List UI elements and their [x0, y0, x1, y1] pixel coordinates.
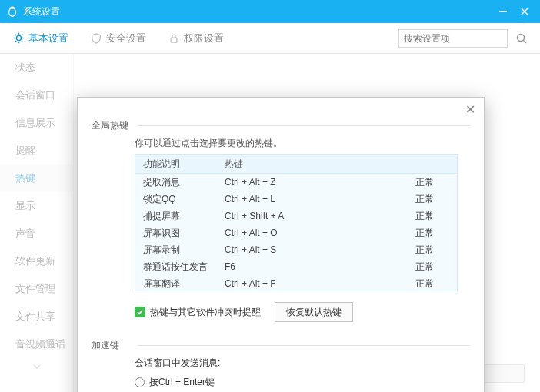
search-icon[interactable] — [515, 32, 528, 45]
section-title-accelerator: 加速键 — [92, 339, 135, 352]
svg-line-19 — [524, 41, 527, 44]
hotkey-modal: ✕ 全局热键 你可以通过点击选择要更改的热键。 功能说明 热键 提取消息Ctrl… — [77, 97, 485, 392]
gear-icon — [12, 32, 25, 45]
tab-permission-settings[interactable]: 权限设置 — [168, 32, 224, 45]
hotkey-status: 正常 — [374, 176, 457, 189]
hotkey-row[interactable]: 屏幕翻译Ctrl + Alt + F正常 — [135, 275, 457, 291]
hotkey-func: 捕捉屏幕 — [135, 210, 220, 223]
body: 状态会话窗口信息展示提醒热键显示声音软件更新文件管理文件共享音视频通话 ✕ 全局… — [0, 54, 540, 392]
tab-label: 权限设置 — [184, 32, 224, 45]
tab-bar: 基本设置 安全设置 权限设置 — [0, 23, 540, 54]
hotkey-row[interactable]: 群通话按住发言F6正常 — [135, 258, 457, 275]
close-button[interactable] — [514, 0, 535, 23]
col-func: 功能说明 — [135, 158, 220, 171]
svg-line-16 — [15, 41, 15, 42]
hotkey-key: Ctrl + Alt + S — [220, 244, 374, 255]
hotkey-key: Ctrl + Shift + A — [220, 211, 374, 221]
hotkey-status: 正常 — [374, 244, 457, 257]
col-key: 热键 — [220, 158, 457, 171]
send-key-option[interactable]: 按Ctrl + Enter键 — [135, 376, 470, 389]
hotkey-func: 群通话按住发言 — [135, 261, 220, 274]
svg-line-14 — [21, 41, 22, 42]
hotkey-status: 正常 — [374, 261, 457, 274]
radio-button[interactable] — [135, 377, 145, 387]
tab-label: 安全设置 — [106, 32, 146, 45]
tab-security-settings[interactable]: 安全设置 — [90, 32, 146, 45]
svg-point-3 — [10, 9, 12, 11]
section-title-global-hotkeys: 全局热键 — [92, 119, 135, 132]
search-input[interactable] — [404, 33, 519, 44]
svg-rect-17 — [171, 38, 177, 42]
svg-point-18 — [518, 35, 525, 42]
hotkey-func: 锁定QQ — [135, 193, 220, 206]
send-message-prompt: 会话窗口中发送消息: — [135, 357, 470, 370]
app-icon — [6, 5, 18, 18]
svg-line-13 — [15, 35, 15, 35]
hotkey-row[interactable]: 捕捉屏幕Ctrl + Shift + A正常 — [135, 208, 457, 224]
hotkey-key: Ctrl + Alt + O — [220, 228, 374, 238]
restore-default-hotkeys-button[interactable]: 恢复默认热键 — [275, 302, 353, 322]
hotkey-key: Ctrl + Alt + L — [220, 194, 374, 204]
hotkey-func: 提取消息 — [135, 176, 220, 189]
divider — [138, 345, 470, 346]
search-box[interactable] — [398, 29, 508, 48]
hotkey-status: 正常 — [374, 193, 457, 206]
shield-icon — [90, 32, 102, 45]
hotkey-row[interactable]: 屏幕识图Ctrl + Alt + O正常 — [135, 224, 457, 241]
hotkey-status: 正常 — [374, 277, 457, 291]
svg-point-2 — [9, 9, 15, 16]
hotkey-func: 屏幕录制 — [135, 244, 220, 257]
tab-basic-settings[interactable]: 基本设置 — [12, 32, 68, 45]
modal-close-button[interactable]: ✕ — [462, 102, 478, 118]
hotkey-key: F6 — [220, 261, 374, 272]
conflict-alert-label: 热键与其它软件冲突时提醒 — [150, 306, 261, 319]
lock-icon — [168, 32, 180, 45]
hotkey-status: 正常 — [374, 227, 457, 240]
hotkey-row[interactable]: 提取消息Ctrl + Alt + Z正常 — [135, 174, 457, 191]
hotkey-row[interactable]: 锁定QQCtrl + Alt + L正常 — [135, 191, 457, 208]
minimize-button[interactable] — [492, 0, 514, 23]
hotkey-row[interactable]: 屏幕录制Ctrl + Alt + S正常 — [135, 241, 457, 258]
hotkey-table: 功能说明 热键 提取消息Ctrl + Alt + Z正常锁定QQCtrl + A… — [135, 154, 458, 291]
global-hotkeys-desc: 你可以通过点击选择要更改的热键。 — [135, 137, 470, 150]
conflict-alert-checkbox[interactable] — [135, 307, 145, 317]
radio-label: 按Ctrl + Enter键 — [149, 376, 215, 389]
tab-label: 基本设置 — [28, 32, 68, 45]
hotkey-key: Ctrl + Alt + Z — [220, 177, 374, 188]
hotkey-func: 屏幕翻译 — [135, 277, 220, 291]
hotkey-key: Ctrl + Alt + F — [220, 278, 374, 289]
title-bar: 系统设置 — [0, 0, 540, 23]
svg-point-8 — [16, 35, 21, 40]
svg-line-15 — [21, 35, 22, 35]
hotkey-func: 屏幕识图 — [135, 227, 220, 240]
divider — [138, 125, 470, 126]
window-title: 系统设置 — [23, 5, 492, 18]
svg-point-4 — [13, 9, 15, 11]
hotkey-table-header: 功能说明 热键 — [135, 155, 457, 174]
hotkey-status: 正常 — [374, 210, 457, 223]
